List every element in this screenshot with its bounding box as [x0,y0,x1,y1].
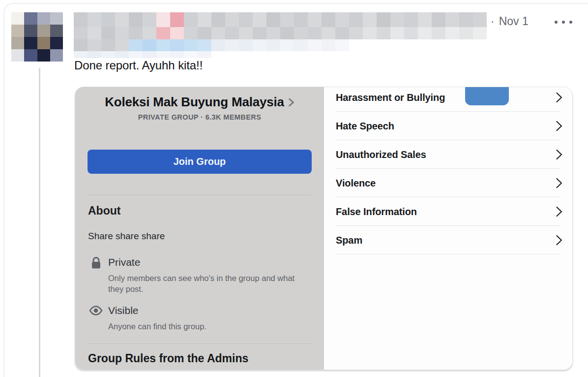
report-menu-list: Harassment or Bullying Hate Speech Unaut… [324,87,573,254]
chevron-right-icon [556,92,563,103]
report-option-unauthorized-sales[interactable]: Unauthorized Sales [324,140,573,169]
post-body-text: Done report. Ayuhh kita!! [74,59,203,72]
divider [88,195,311,195]
about-heading: About [88,204,120,218]
about-text: Share share share [88,231,165,242]
join-group-button[interactable]: Join Group [88,150,312,174]
report-option-false-information[interactable]: False Information [324,197,573,226]
ellipsis-icon [562,21,565,24]
group-rules-heading: Group Rules from the Admins [88,352,248,365]
ellipsis-icon [555,21,558,24]
chevron-right-icon [556,177,563,189]
visibility-description: Anyone can find this group. [108,321,302,332]
group-header: Koleksi Mak Buyung Malaysia PRIVATE GROU… [75,94,324,121]
report-option-hate-speech[interactable]: Hate Speech [324,112,573,140]
privacy-label: Private [108,256,140,268]
redacted-author-name [74,12,487,58]
eye-icon [88,306,103,317]
post-timestamp: · Nov 1 [491,15,529,28]
divider [88,344,311,344]
report-option-spam[interactable]: Spam [324,226,573,254]
chevron-right-icon [556,234,563,246]
timestamp-text[interactable]: Nov 1 [499,15,529,28]
report-option-harassment[interactable]: Harassment or Bullying [324,87,573,112]
group-preview-panel: Koleksi Mak Buyung Malaysia PRIVATE GROU… [75,87,324,370]
chevron-right-icon [556,149,563,160]
timestamp-separator: · [491,15,495,28]
group-title-link[interactable]: Koleksi Mak Buyung Malaysia [105,94,294,110]
ellipsis-icon [569,21,572,24]
report-menu-panel: Harassment or Bullying Hate Speech Unaut… [324,87,573,370]
tooltip-pointer-icon [465,87,509,105]
chevron-right-icon [556,206,563,218]
embedded-screenshot: Koleksi Mak Buyung Malaysia PRIVATE GROU… [75,87,573,370]
avatar[interactable] [11,12,63,62]
report-option-violence[interactable]: Violence [324,169,573,197]
post-page: · Nov 1 Done report. Ayuhh kita!! Koleks… [0,0,588,377]
comment-thread-line [39,68,40,377]
chevron-right-icon [288,97,294,107]
post-menu-button[interactable] [555,21,572,24]
group-subtitle: PRIVATE GROUP · 6.3K MEMBERS [75,113,324,121]
privacy-description: Only members can see who's in the group … [108,273,302,295]
visibility-label: Visible [108,305,138,316]
lock-icon [88,256,103,272]
group-title: Koleksi Mak Buyung Malaysia [105,94,284,110]
chevron-right-icon [556,120,563,132]
